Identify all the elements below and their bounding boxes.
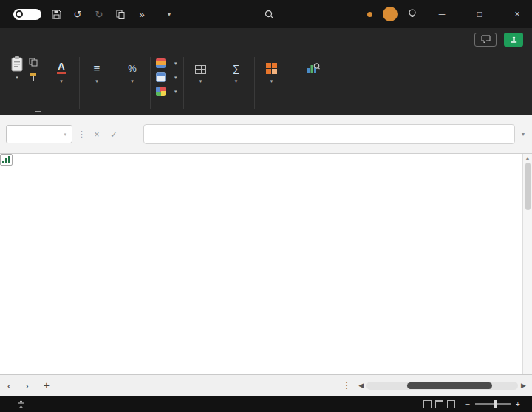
page-layout-view-icon[interactable] [435, 400, 443, 408]
analyze-data-group[interactable] [290, 54, 337, 115]
paste-button[interactable]: ▾ [10, 54, 24, 81]
autosum-icon: ∑ [233, 63, 239, 74]
clipboard-dialog-launcher-icon[interactable] [35, 106, 41, 112]
scroll-right-icon[interactable]: ▶ [521, 382, 526, 389]
conditional-formatting-icon [156, 58, 166, 68]
more-commands-icon[interactable]: » [135, 6, 149, 22]
cells-icon [195, 65, 206, 74]
copy-icon[interactable] [114, 6, 127, 22]
add-sheet-button[interactable]: + [36, 379, 57, 391]
next-sheet-icon[interactable]: › [18, 380, 35, 391]
addins-icon [266, 63, 277, 74]
account-button[interactable] [367, 7, 398, 21]
number-group-collapsed[interactable]: % ▾ [115, 54, 150, 115]
namebox-drag-handle-icon[interactable]: ⋮ [78, 129, 86, 139]
excel-window: ↺ ↻ » ▾ ─ □ × [0, 0, 532, 412]
paste-clipboard-icon [10, 55, 24, 72]
vertical-scrollbar[interactable]: ▲ [522, 154, 532, 374]
cancel-icon[interactable]: × [91, 129, 103, 140]
percent-icon: % [128, 63, 137, 74]
undo-icon[interactable]: ↺ [71, 6, 84, 22]
chevron-down-icon: ▾ [95, 78, 98, 84]
normal-view-icon[interactable] [423, 400, 432, 408]
tell-me-lightbulb-icon[interactable] [406, 6, 419, 22]
quick-analysis-button[interactable] [0, 154, 13, 166]
sheet-tab-bar: ‹ › + ⋮ ◀ ▶ [0, 374, 532, 396]
zoom-control: − + [466, 399, 525, 408]
conditional-formatting-button[interactable]: ▾ [156, 56, 177, 70]
format-as-table-icon [156, 72, 166, 82]
name-box[interactable]: ▾ [6, 125, 72, 143]
chevron-down-icon: ▾ [64, 132, 66, 138]
format-as-table-button[interactable]: ▾ [156, 70, 177, 84]
chevron-down-icon: ▾ [131, 78, 134, 84]
maximize-button[interactable]: □ [465, 0, 494, 28]
close-button[interactable]: × [502, 0, 532, 28]
clipboard-small-buttons [29, 54, 38, 81]
chevron-down-icon: ▾ [16, 75, 18, 81]
ribbon-tab-bar [0, 28, 532, 50]
alignment-group-collapsed[interactable]: ≡ ▾ [79, 54, 115, 115]
autosave-switch[interactable] [13, 9, 41, 20]
title-bar: ↺ ↻ » ▾ ─ □ × [0, 0, 532, 28]
redo-icon[interactable]: ↻ [92, 6, 106, 22]
copy-small-icon[interactable] [29, 58, 38, 67]
cells-group-collapsed[interactable]: ▾ [183, 54, 219, 115]
horizontal-scrollbar[interactable]: ◀ ▶ [358, 382, 532, 390]
formula-bar: ▾ ⋮ × ✓ ▾ [0, 115, 532, 154]
titlebar-separator [157, 8, 157, 20]
tabbar-options-icon[interactable]: ⋮ [335, 380, 358, 391]
chevron-down-icon: ▾ [60, 78, 63, 84]
avatar [383, 7, 398, 21]
formula-bar-expand-icon[interactable]: ▾ [520, 131, 526, 138]
chevron-down-icon: ▾ [174, 89, 177, 95]
grid-area: ▲ [0, 154, 532, 374]
comments-button[interactable] [474, 33, 497, 47]
font-icon: A [57, 61, 65, 74]
menubar-right [474, 33, 532, 47]
accessibility-button[interactable] [17, 400, 29, 408]
styles-group: ▾ ▾ ▾ [150, 54, 183, 115]
analyze-data-icon [307, 61, 320, 74]
ribbon: ▾ A ▾ ≡ ▾ [0, 50, 532, 115]
chevron-down-icon: ▾ [168, 11, 171, 18]
save-icon[interactable] [50, 6, 63, 22]
chevron-down-icon: ▾ [235, 78, 238, 84]
chevron-down-icon: ▾ [270, 78, 273, 84]
search-icon[interactable] [262, 6, 276, 22]
cell-styles-button[interactable]: ▾ [156, 84, 177, 98]
vertical-scroll-thumb[interactable] [525, 163, 531, 210]
accessibility-icon [17, 400, 25, 408]
scroll-up-icon[interactable]: ▲ [525, 155, 531, 161]
font-group-collapsed[interactable]: A ▾ [44, 54, 79, 115]
zoom-slider[interactable] [475, 403, 511, 405]
format-painter-icon[interactable] [29, 72, 38, 81]
page-break-view-icon[interactable] [447, 400, 455, 408]
zoom-out-icon[interactable]: − [466, 399, 470, 408]
cell-styles-icon [156, 87, 166, 96]
view-shortcuts [423, 400, 455, 408]
enter-icon[interactable]: ✓ [108, 129, 120, 140]
autosave-toggle[interactable] [9, 9, 41, 20]
scroll-left-icon[interactable]: ◀ [358, 382, 364, 389]
horizontal-scroll-track[interactable] [366, 382, 518, 390]
chevron-down-icon: ▾ [174, 61, 177, 67]
clipboard-group: ▾ [4, 54, 44, 115]
minimize-button[interactable]: ─ [427, 0, 457, 28]
share-button[interactable] [504, 33, 523, 47]
zoom-in-icon[interactable]: + [516, 399, 520, 408]
toggle-knob-icon [16, 10, 23, 18]
prev-sheet-icon[interactable]: ‹ [0, 380, 18, 391]
formula-input[interactable] [143, 124, 515, 144]
horizontal-scroll-thumb[interactable] [407, 382, 492, 389]
zoom-slider-thumb[interactable] [494, 400, 497, 408]
editing-group-collapsed[interactable]: ∑ ▾ [219, 54, 254, 115]
addins-group[interactable]: ▾ [254, 54, 290, 115]
account-status-icon [367, 12, 372, 17]
quick-access-customize[interactable]: ▾ [166, 11, 171, 18]
chevron-down-icon: ▾ [174, 75, 177, 81]
alignment-icon: ≡ [94, 61, 100, 74]
chevron-down-icon: ▾ [200, 78, 202, 84]
status-bar: − + [0, 396, 532, 412]
